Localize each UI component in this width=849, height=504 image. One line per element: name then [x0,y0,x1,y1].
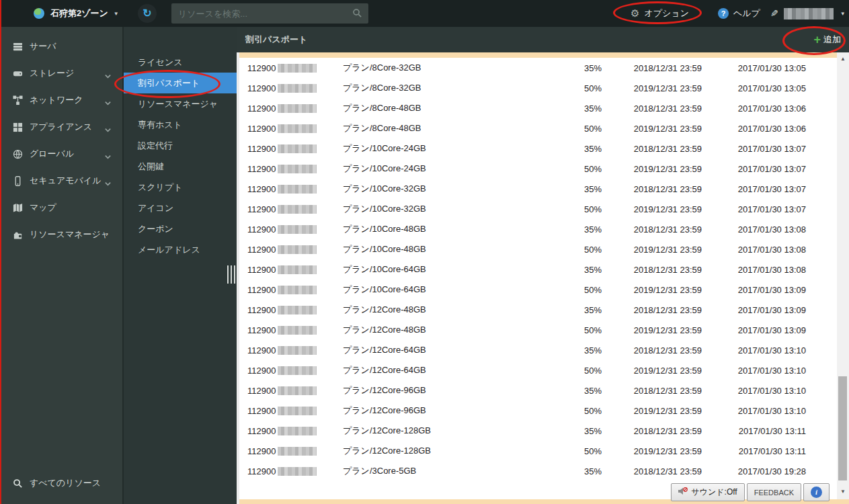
table-row[interactable]: 112900 プラン/12Core-96GB 35% 2018/12/31 23… [239,380,837,401]
sound-label: サウンド:Off [691,487,737,498]
primary-sidebar-list: サーバストレージネットワークアプライアンスグローバルセキュアモバイルマップリソー… [0,27,122,248]
cell-expires: 2018/12/31 23:59 [602,345,702,355]
cell-plan: プラン/12Core-64GB [343,364,559,376]
cell-discount: 50% [559,285,602,295]
id-redacted-block [278,144,317,153]
chevron-down-icon [104,124,112,136]
cell-discount: 50% [559,164,602,174]
table-row[interactable]: 112900 プラン/12Core-48GB 35% 2018/12/31 23… [239,300,837,320]
cell-plan: プラン/8Core-32GB [343,62,559,74]
subsidebar-item[interactable]: 割引パスポート [124,73,237,93]
zone-selector[interactable]: 石狩第2ゾーン ▼ [34,0,119,27]
cell-plan: プラン/10Core-64GB [343,263,559,276]
id-redacted-block [278,286,317,294]
cell-plan: プラン/12Core-96GB [343,384,559,396]
table-row[interactable]: 112900 プラン/10Core-32GB 35% 2018/12/31 23… [239,179,837,199]
id-redacted-block [278,407,317,415]
pencil-icon: ✎ [770,8,778,19]
table-row[interactable]: 112900 プラン/10Core-48GB 35% 2018/12/31 23… [239,219,837,239]
scrollbar-thumb[interactable] [838,376,847,480]
search-icon [12,478,23,489]
table-row[interactable]: 112900 プラン/12Core-128GB 50% 2019/12/31 2… [239,441,837,461]
subsidebar-item[interactable]: 公開鍵 [124,156,237,177]
id-redacted-block [278,124,317,133]
search-box[interactable] [171,3,368,24]
add-button[interactable]: + 追加 [813,27,841,52]
vertical-scrollbar[interactable]: ▲ ▼ [837,52,849,504]
sidebar-resize-grip[interactable] [227,265,235,284]
table-row[interactable]: 112900 プラン/10Core-64GB 50% 2019/12/31 23… [239,280,837,300]
cell-expires: 2018/12/31 23:59 [602,144,702,154]
account-menu[interactable]: ✎ ▼ [770,0,846,27]
table-row[interactable]: 112900 プラン/10Core-64GB 35% 2018/12/31 23… [239,259,837,280]
cell-resource-id: 112900 [247,83,343,93]
cell-expires: 2018/12/31 23:59 [602,224,702,235]
chevron-down-icon [104,151,112,163]
plus-icon: + [813,33,821,47]
search-input[interactable] [171,3,368,24]
refresh-button[interactable]: ↻ [138,4,157,23]
table-row[interactable]: 112900 プラン/10Core-48GB 50% 2019/12/31 23… [239,239,837,259]
cell-created: 2017/01/30 13:09 [702,325,806,335]
info-icon: i [811,487,822,498]
sidebar-item-label: ネットワーク [30,94,83,106]
sidebar-item[interactable]: サーバ [0,33,122,60]
id-redacted-block [278,447,317,456]
cell-created: 2017/01/30 13:09 [702,285,806,295]
cell-resource-id: 112900 [247,204,343,214]
refresh-icon: ↻ [143,7,151,19]
cell-resource-id: 112900 [247,366,343,376]
id-redacted-block [278,165,317,173]
id-redacted-block [278,346,317,355]
subsidebar-item[interactable]: 設定代行 [124,135,237,156]
table-row[interactable]: 112900 プラン/12Core-128GB 35% 2018/12/31 2… [239,421,837,441]
table-row[interactable]: 112900 プラン/10Core-24GB 35% 2018/12/31 23… [239,138,837,159]
subsidebar-item[interactable]: ライセンス [124,52,237,73]
sidebar-item[interactable]: セキュアモバイル [0,167,122,194]
feedback-button[interactable]: FEEDBACK [747,483,801,501]
chevron-down-icon: ▼ [840,11,846,17]
cell-discount: 50% [559,245,602,255]
table-row[interactable]: 112900 プラン/8Core-48GB 50% 2019/12/31 23:… [239,118,837,138]
scroll-up-arrow-icon[interactable]: ▲ [837,54,849,65]
passport-table-body: 112900 プラン/8Core-32GB 35% 2018/12/31 23:… [239,58,837,481]
sidebar-item[interactable]: ストレージ [0,60,122,87]
help-button[interactable]: ? ヘルプ [718,0,760,27]
subsidebar-item[interactable]: 専有ホスト [124,114,237,135]
table-row[interactable]: 112900 プラン/12Core-96GB 50% 2019/12/31 23… [239,401,837,421]
cell-plan: プラン/10Core-24GB [343,163,559,175]
sidebar-item-label: リソースマネージャ [30,228,110,241]
cell-resource-id: 112900 [247,386,343,396]
sidebar-item[interactable]: ネットワーク [0,87,122,114]
sidebar-item[interactable]: マップ [0,194,122,221]
cell-created: 2017/01/30 13:11 [702,426,806,436]
cell-resource-id: 112900 [247,265,343,275]
subsidebar-item[interactable]: アイコン [124,198,237,218]
subsidebar-item[interactable]: メールアドレス [124,239,237,260]
subsidebar-item[interactable]: クーポン [124,218,237,239]
sidebar-item[interactable]: リソースマネージャ [0,221,122,248]
subsidebar-item[interactable]: リソースマネージャ [124,93,237,114]
puzzle-icon [12,229,23,240]
subsidebar-item[interactable]: スクリプト [124,177,237,198]
table-row[interactable]: 112900 プラン/10Core-32GB 50% 2019/12/31 23… [239,199,837,219]
sidebar-item-all-resources[interactable]: すべてのリソース [0,470,122,497]
table-row[interactable]: 112900 プラン/12Core-48GB 50% 2019/12/31 23… [239,320,837,340]
cell-resource-id: 112900 [247,446,343,456]
table-row[interactable]: 112900 プラン/3Core-5GB 35% 2018/12/31 23:5… [239,461,837,481]
cell-discount: 50% [559,124,602,134]
table-row[interactable]: 112900 プラン/8Core-32GB 35% 2018/12/31 23:… [239,58,837,78]
table-row[interactable]: 112900 プラン/8Core-48GB 35% 2018/12/31 23:… [239,98,837,118]
table-row[interactable]: 112900 プラン/8Core-32GB 50% 2019/12/31 23:… [239,78,837,98]
scroll-down-arrow-icon[interactable]: ▼ [837,487,849,497]
table-row[interactable]: 112900 プラン/10Core-24GB 50% 2019/12/31 23… [239,159,837,179]
info-button[interactable]: i [803,483,830,501]
options-button[interactable]: ⚙ オプション [631,0,689,27]
sidebar-item[interactable]: アプライアンス [0,114,122,140]
sidebar-item[interactable]: グローバル [0,140,122,167]
table-row[interactable]: 112900 プラン/12Core-64GB 50% 2019/12/31 23… [239,360,837,380]
sound-toggle-button[interactable]: サウンド:Off [671,483,744,501]
zone-globe-icon [34,8,44,19]
options-label: オプション [644,7,689,19]
table-row[interactable]: 112900 プラン/12Core-64GB 35% 2018/12/31 23… [239,340,837,360]
